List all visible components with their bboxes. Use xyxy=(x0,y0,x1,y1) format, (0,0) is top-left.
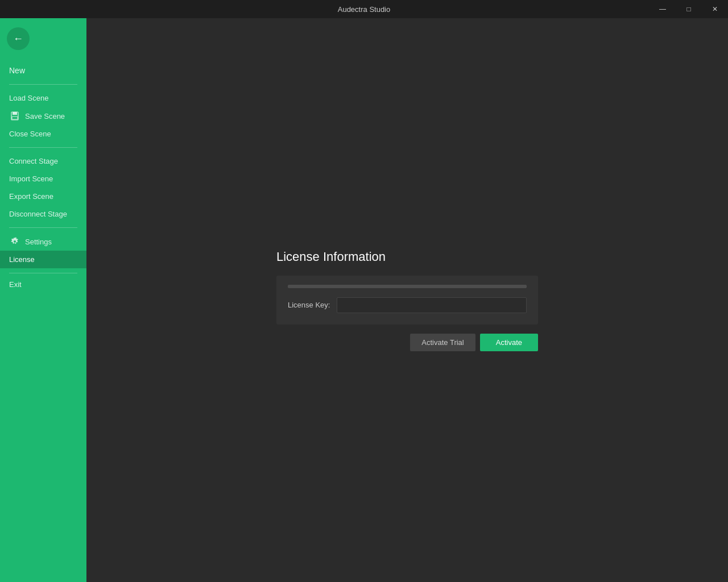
sidebar-divider-3 xyxy=(9,227,77,228)
license-key-input[interactable] xyxy=(337,297,527,313)
close-scene-label: Close Scene xyxy=(9,130,51,138)
license-key-label: License Key: xyxy=(288,301,330,309)
svg-rect-2 xyxy=(12,117,18,119)
sidebar: ← New Load Scene Save Scene xyxy=(0,18,86,582)
sidebar-section-2: Connect Stage Import Scene Export Scene … xyxy=(0,150,86,225)
sidebar-divider-4 xyxy=(9,273,77,273)
app-layout: ← New Load Scene Save Scene xyxy=(0,18,728,582)
sidebar-item-exit[interactable]: Exit xyxy=(0,276,86,293)
svg-point-3 xyxy=(14,240,16,243)
license-panel: License Information License Key: Activat… xyxy=(276,250,538,351)
license-label: License xyxy=(9,255,35,264)
activate-button[interactable]: Activate xyxy=(480,334,538,351)
disconnect-stage-label: Disconnect Stage xyxy=(9,210,67,218)
exit-label: Exit xyxy=(9,280,22,289)
sidebar-item-new[interactable]: New xyxy=(0,59,86,82)
save-scene-label: Save Scene xyxy=(25,112,65,120)
settings-label: Settings xyxy=(25,238,52,246)
sidebar-item-license[interactable]: License xyxy=(0,251,86,268)
back-button[interactable]: ← xyxy=(7,27,30,50)
title-bar: Audectra Studio — □ ✕ xyxy=(0,0,728,18)
sidebar-item-connect-stage[interactable]: Connect Stage xyxy=(0,152,86,170)
maximize-button[interactable]: □ xyxy=(676,0,702,18)
sidebar-section-3: Settings License xyxy=(0,230,86,271)
license-title: License Information xyxy=(276,250,538,264)
app-title: Audectra Studio xyxy=(338,5,391,14)
license-buttons: Activate Trial Activate xyxy=(276,334,538,351)
license-progress-fill xyxy=(288,285,527,288)
export-scene-label: Export Scene xyxy=(9,192,53,201)
svg-rect-1 xyxy=(13,112,17,115)
sidebar-item-disconnect-stage[interactable]: Disconnect Stage xyxy=(0,205,86,223)
window-controls: — □ ✕ xyxy=(650,0,728,18)
sidebar-item-import-scene[interactable]: Import Scene xyxy=(0,170,86,188)
connect-stage-label: Connect Stage xyxy=(9,157,58,165)
activate-trial-button[interactable]: Activate Trial xyxy=(410,334,475,351)
back-icon: ← xyxy=(13,33,23,45)
sidebar-divider-1 xyxy=(9,84,77,85)
minimize-button[interactable]: — xyxy=(650,0,676,18)
settings-icon xyxy=(9,237,20,246)
license-key-row: License Key: xyxy=(288,297,527,313)
sidebar-divider-2 xyxy=(9,147,77,148)
import-scene-label: Import Scene xyxy=(9,174,53,183)
sidebar-item-settings[interactable]: Settings xyxy=(0,232,86,251)
sidebar-item-load-scene[interactable]: Load Scene xyxy=(0,89,86,107)
load-scene-label: Load Scene xyxy=(9,94,48,102)
sidebar-item-close-scene[interactable]: Close Scene xyxy=(0,125,86,143)
sidebar-item-export-scene[interactable]: Export Scene xyxy=(0,188,86,205)
save-icon xyxy=(9,111,20,120)
sidebar-section-1: Load Scene Save Scene Close Scene xyxy=(0,87,86,145)
main-content: License Information License Key: Activat… xyxy=(86,18,728,582)
license-card: License Key: xyxy=(276,276,538,325)
close-button[interactable]: ✕ xyxy=(702,0,728,18)
license-progress-bar xyxy=(288,285,527,288)
sidebar-item-save-scene[interactable]: Save Scene xyxy=(0,107,86,125)
